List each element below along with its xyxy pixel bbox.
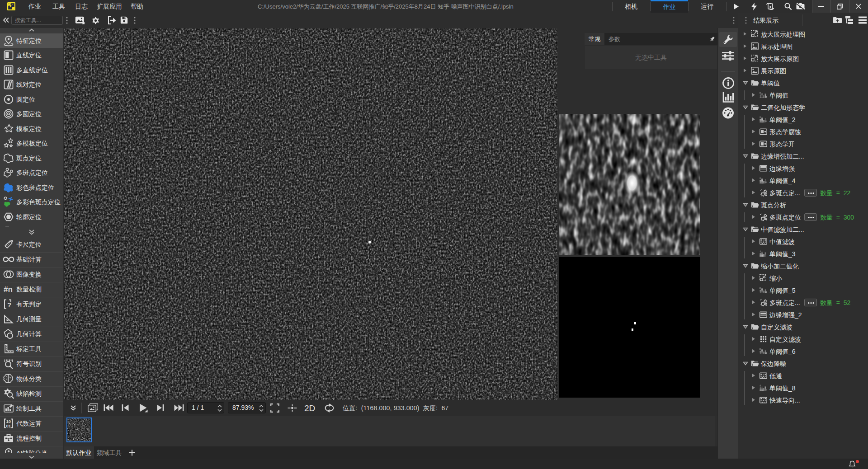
svg-text:01: 01 <box>6 423 11 428</box>
svg-text:#n: #n <box>4 285 13 294</box>
svg-text:?: ? <box>7 301 11 309</box>
